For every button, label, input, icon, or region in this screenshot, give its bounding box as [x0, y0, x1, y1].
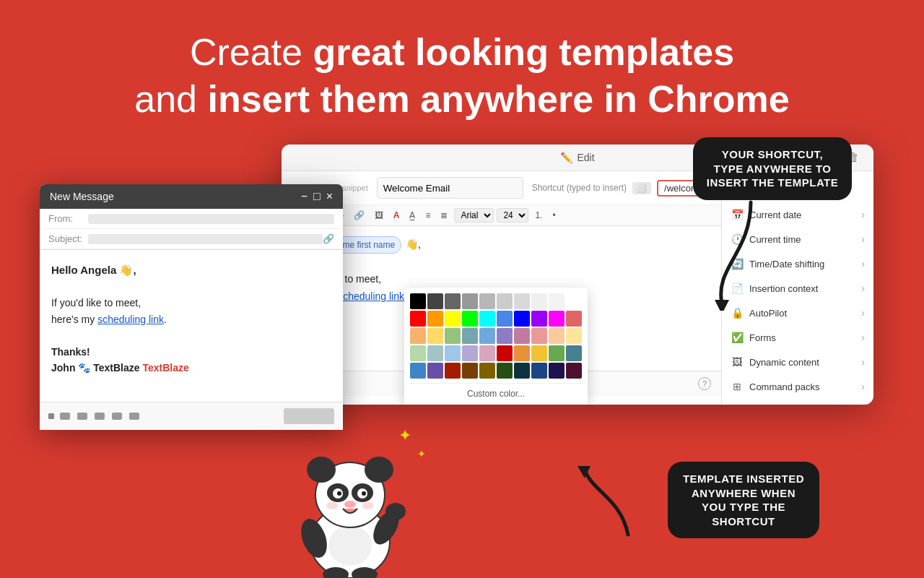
color-swatch[interactable] — [462, 293, 478, 309]
color-picker[interactable]: Custom color... — [404, 288, 588, 405]
editor-body: Describes the snippet Shortcut (typed to… — [282, 171, 873, 405]
compose-footer-icons — [60, 413, 139, 420]
color-swatch[interactable] — [549, 328, 565, 344]
compose-footer-icon5 — [129, 413, 139, 420]
compose-scheduling-link[interactable]: scheduling link — [97, 314, 164, 325]
color-swatch[interactable] — [445, 345, 461, 361]
chevron-down-icon: › — [861, 233, 865, 245]
compose-minimize[interactable]: − — [301, 190, 308, 203]
compose-expand[interactable]: □ — [313, 190, 321, 203]
compose-subject-value — [88, 234, 323, 244]
color-swatch[interactable] — [566, 363, 582, 379]
editor-scheduling-link[interactable]: scheduling link — [338, 290, 404, 302]
editor-body-line1: If you'd like to meet, — [292, 271, 711, 288]
shortcut-toggle: ⬜ — [632, 182, 651, 194]
color-swatch[interactable] — [514, 311, 530, 327]
color-swatch[interactable] — [497, 311, 513, 327]
color-swatch[interactable] — [531, 293, 547, 309]
color-swatch[interactable] — [549, 363, 565, 379]
compose-line2: here's my scheduling link. — [51, 311, 331, 327]
panda-svg — [289, 434, 411, 578]
color-swatch[interactable] — [410, 293, 426, 309]
color-swatch[interactable] — [531, 345, 547, 361]
svg-point-18 — [385, 503, 406, 520]
compose-attach-icon[interactable]: 🔗 — [323, 233, 334, 244]
chevron-down-icon: › — [861, 332, 865, 343]
color-swatch[interactable] — [479, 363, 495, 379]
help-icon[interactable]: ? — [698, 377, 711, 390]
toolbar-align-left[interactable]: ≡ — [422, 209, 434, 222]
color-swatch[interactable] — [445, 311, 461, 327]
color-swatch[interactable] — [566, 345, 582, 361]
color-swatch[interactable] — [462, 311, 478, 327]
editor-content[interactable]: Hello = name first name 👋, If you'd like… — [282, 226, 721, 371]
color-swatch[interactable] — [531, 311, 547, 327]
color-swatch[interactable] — [445, 293, 461, 309]
color-swatch[interactable] — [566, 328, 582, 344]
color-swatch[interactable] — [427, 328, 443, 344]
toolbar-size-select[interactable]: 24 — [497, 208, 528, 223]
color-swatch[interactable] — [514, 345, 530, 361]
color-swatch[interactable] — [479, 345, 495, 361]
main-content: New Message − □ × From: Subject: 🔗 Hello… — [0, 144, 924, 578]
color-swatch[interactable] — [497, 345, 513, 361]
compose-title: New Message — [50, 191, 114, 202]
color-swatch[interactable] — [445, 328, 461, 344]
compose-close[interactable]: × — [326, 190, 333, 203]
chevron-down-icon: › — [861, 307, 865, 319]
color-swatch[interactable] — [410, 345, 426, 361]
color-swatch[interactable] — [514, 328, 530, 344]
color-swatch[interactable] — [479, 293, 495, 309]
compose-line2-prefix: here's my — [51, 314, 97, 325]
color-swatch[interactable] — [549, 345, 565, 361]
compose-send-button[interactable] — [284, 408, 334, 424]
snippet-row: Describes the snippet Shortcut (typed to… — [282, 171, 721, 205]
color-swatch[interactable] — [514, 293, 530, 309]
color-swatch[interactable] — [427, 345, 443, 361]
color-swatch[interactable] — [497, 293, 513, 309]
color-swatch[interactable] — [427, 293, 443, 309]
color-swatch[interactable] — [514, 363, 530, 379]
toolbar-image-icon[interactable]: 🖼 — [371, 209, 387, 222]
dynamic-item-forms[interactable]: ✅ Forms › — [722, 325, 873, 350]
color-swatch[interactable] — [566, 311, 582, 327]
toolbar-ol[interactable]: 1. — [531, 209, 546, 222]
color-swatch[interactable] — [497, 328, 513, 344]
chevron-down-icon: › — [861, 356, 865, 368]
toolbar-font-select[interactable]: Arial — [454, 208, 494, 223]
editor-greeting-line: Hello = name first name 👋, — [292, 236, 711, 254]
color-swatch[interactable] — [462, 328, 478, 344]
toolbar-color-icon[interactable]: A — [390, 209, 404, 222]
color-swatch[interactable] — [479, 328, 495, 344]
toolbar-ul[interactable]: • — [549, 209, 559, 222]
callout-shortcut: Your shortcut, type anywhere to insert t… — [693, 137, 852, 200]
color-swatch[interactable] — [410, 328, 426, 344]
compose-from-label: From: — [48, 213, 88, 224]
color-swatch[interactable] — [531, 328, 547, 344]
color-grid[interactable] — [410, 293, 582, 379]
toolbar-highlight-icon[interactable]: A̲ — [406, 209, 419, 222]
color-swatch[interactable] — [549, 293, 565, 309]
color-swatch[interactable] — [462, 345, 478, 361]
custom-color-button[interactable]: Custom color... — [410, 383, 582, 404]
chevron-down-icon: › — [861, 258, 865, 269]
color-swatch[interactable] — [427, 311, 443, 327]
color-swatch[interactable] — [427, 363, 443, 379]
compose-line1: If you'd like to meet, — [51, 295, 331, 311]
color-swatch[interactable] — [566, 293, 582, 309]
toolbar-link-icon[interactable]: 🔗 — [350, 209, 368, 222]
dynamic-item-command-packs[interactable]: ⊞ Command packs › — [722, 374, 873, 399]
color-swatch[interactable] — [462, 363, 478, 379]
color-swatch[interactable] — [531, 363, 547, 379]
svg-point-6 — [365, 457, 393, 483]
snippet-name-input[interactable] — [377, 177, 523, 199]
color-swatch[interactable] — [410, 311, 426, 327]
color-swatch[interactable] — [410, 363, 426, 379]
color-swatch[interactable] — [445, 363, 461, 379]
color-swatch[interactable] — [497, 363, 513, 379]
color-swatch[interactable] — [479, 311, 495, 327]
toolbar-align-right[interactable]: ≣ — [437, 209, 451, 222]
editor-left-panel: Describes the snippet Shortcut (typed to… — [282, 171, 722, 405]
dynamic-item-dynamic-content[interactable]: 🖼 Dynamic content › — [722, 350, 873, 374]
color-swatch[interactable] — [549, 311, 565, 327]
